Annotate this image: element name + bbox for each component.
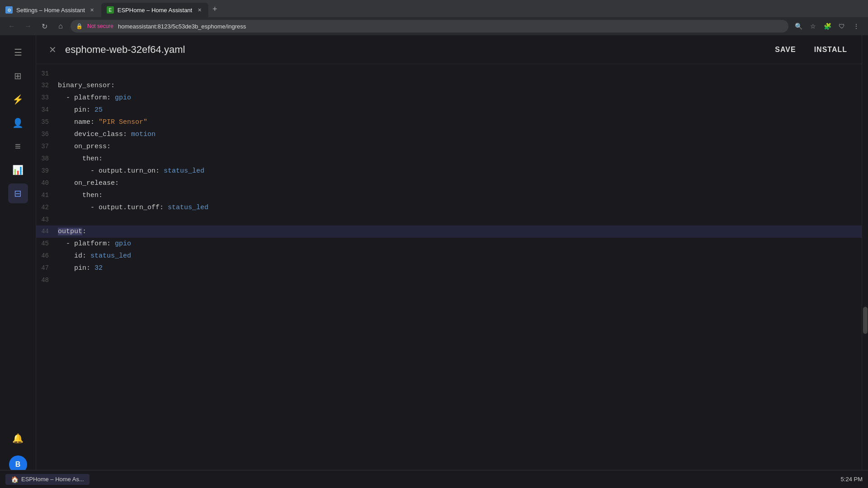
list-icon: ≡ xyxy=(15,141,21,152)
menu-button[interactable]: ⋮ xyxy=(850,20,863,33)
bell-icon: 🔔 xyxy=(12,433,24,444)
line-content-46: id: status_led xyxy=(58,251,862,262)
sidebar-person-item[interactable]: 👤 xyxy=(8,113,28,133)
reload-button[interactable]: ↻ xyxy=(38,20,51,33)
tab-esphome[interactable]: E ESPHome – Home Assistant ✕ xyxy=(101,3,208,17)
hamburger-icon: ☰ xyxy=(14,47,22,58)
sidebar-menu-icon[interactable]: ☰ xyxy=(8,42,28,62)
line-content-38: then: xyxy=(58,154,862,164)
line-content-32: binary_sensor: xyxy=(58,80,862,91)
line-number-47: 47 xyxy=(36,263,58,273)
code-line-32: 32 binary_sensor: xyxy=(36,80,862,92)
line-number-31: 31 xyxy=(36,68,58,79)
zoom-button[interactable]: 🔍 xyxy=(792,20,805,33)
line-content-35: name: "PIR Sensor" xyxy=(58,117,862,128)
close-editor-button[interactable]: ✕ xyxy=(45,42,60,57)
line-number-34: 34 xyxy=(36,104,58,115)
line-content-41: then: xyxy=(58,190,862,201)
line-number-37: 37 xyxy=(36,141,58,152)
sidebar-dashboard-item[interactable]: ⊞ xyxy=(8,66,28,86)
close-icon: ✕ xyxy=(49,44,57,55)
code-line-46: 46 id: status_led xyxy=(36,250,862,262)
tab-settings[interactable]: ⚙ Settings – Home Assistant ✕ xyxy=(0,3,101,17)
editor-content[interactable]: 31 32 binary_sensor: 33 - platform: gpio… xyxy=(36,64,862,488)
code-line-39: 39 - output.turn_on: status_led xyxy=(36,165,862,177)
code-line-40: 40 on_release: xyxy=(36,177,862,189)
editor-top-bar: ✕ esphome-web-32ef64.yaml SAVE INSTALL xyxy=(36,35,862,64)
line-content-33: - platform: gpio xyxy=(58,93,862,103)
scrollbar[interactable] xyxy=(862,35,868,488)
shield-button[interactable]: 🛡 xyxy=(835,20,848,33)
tab-close-esphome[interactable]: ✕ xyxy=(196,6,203,14)
line-content-37: on_press: xyxy=(58,141,862,152)
tab-close-settings[interactable]: ✕ xyxy=(89,6,96,14)
file-title: esphome-web-32ef64.yaml xyxy=(65,44,185,56)
tab-bar: ⚙ Settings – Home Assistant ✕ E ESPHome … xyxy=(0,0,868,17)
sidebar-config-item[interactable]: ⊟ xyxy=(8,183,28,203)
dashboard-icon: ⊞ xyxy=(14,70,22,81)
line-content-34: pin: 25 xyxy=(58,105,862,116)
person-icon: 👤 xyxy=(12,117,24,128)
browser-actions: 🔍 ☆ 🧩 🛡 ⋮ xyxy=(792,20,863,33)
address-url: homeassistant:8123/5c53de3b_esphome/ingr… xyxy=(118,23,246,30)
tab-favicon-esphome: E xyxy=(107,6,114,14)
line-number-40: 40 xyxy=(36,178,58,188)
line-number-45: 45 xyxy=(36,238,58,249)
code-line-48: 48 xyxy=(36,274,862,286)
line-number-41: 41 xyxy=(36,190,58,201)
line-number-46: 46 xyxy=(36,250,58,261)
line-number-33: 33 xyxy=(36,92,58,103)
address-wrapper[interactable]: 🔒 Not secure homeassistant:8123/5c53de3b… xyxy=(71,20,788,33)
lock-icon: 🔒 xyxy=(76,23,83,29)
code-line-34: 34 pin: 25 xyxy=(36,104,862,116)
code-line-42: 42 - output.turn_off: status_led xyxy=(36,202,862,214)
tab-esphome-label: ESPHome – Home Assistant xyxy=(118,7,192,14)
top-bar-left: ✕ esphome-web-32ef64.yaml xyxy=(45,42,185,57)
line-content-47: pin: 32 xyxy=(58,263,862,274)
taskbar-time: 5:24 PM xyxy=(841,476,863,483)
line-number-48: 48 xyxy=(36,275,58,286)
new-tab-button[interactable]: + xyxy=(208,3,221,15)
sidebar-chart-item[interactable]: 📊 xyxy=(8,160,28,180)
extensions-button[interactable]: 🧩 xyxy=(821,20,834,33)
home-button[interactable]: ⌂ xyxy=(54,20,67,33)
taskbar-esphome-app[interactable]: 🏠 ESPHome – Home As... xyxy=(5,474,90,485)
line-content-42: - output.turn_off: status_led xyxy=(58,202,862,213)
line-number-39: 39 xyxy=(36,165,58,176)
code-line-31: 31 xyxy=(36,68,862,80)
tab-favicon-settings: ⚙ xyxy=(5,6,13,14)
code-line-45: 45 - platform: gpio xyxy=(36,238,862,250)
browser-chrome: ⚙ Settings – Home Assistant ✕ E ESPHome … xyxy=(0,0,868,35)
code-line-33: 33 - platform: gpio xyxy=(36,92,862,104)
code-line-43: 43 xyxy=(36,214,862,225)
line-number-32: 32 xyxy=(36,80,58,91)
editor-area: ✕ esphome-web-32ef64.yaml SAVE INSTALL 3… xyxy=(36,35,862,488)
install-button[interactable]: INSTALL xyxy=(809,43,853,56)
code-line-36: 36 device_class: motion xyxy=(36,128,862,141)
code-line-37: 37 on_press: xyxy=(36,141,862,153)
address-bar: ← → ↻ ⌂ 🔒 Not secure homeassistant:8123/… xyxy=(0,17,868,35)
back-button[interactable]: ← xyxy=(5,20,18,33)
sidebar-lightning-item[interactable]: ⚡ xyxy=(8,89,28,109)
tab-settings-label: Settings – Home Assistant xyxy=(16,7,85,14)
not-secure-label: Not secure xyxy=(87,23,113,29)
sidebar-bell-item[interactable]: 🔔 xyxy=(8,428,28,448)
sidebar-list-item[interactable]: ≡ xyxy=(8,136,28,156)
line-content-39: - output.turn_on: status_led xyxy=(58,166,862,177)
line-content-36: device_class: motion xyxy=(58,129,862,140)
chart-icon: 📊 xyxy=(12,164,24,175)
sidebar: ☰ ⊞ ⚡ 👤 ≡ 📊 ⊟ 🔔 B xyxy=(0,35,36,488)
code-line-44: 44 output: xyxy=(36,225,862,238)
bookmark-button[interactable]: ☆ xyxy=(807,20,819,33)
line-content-44: output: xyxy=(58,226,862,237)
line-content-45: - platform: gpio xyxy=(58,239,862,249)
scrollbar-thumb[interactable] xyxy=(863,307,868,334)
top-bar-right: SAVE INSTALL xyxy=(769,43,853,56)
line-number-35: 35 xyxy=(36,117,58,127)
taskbar-app-icon: 🏠 xyxy=(11,476,19,483)
taskbar-app-label: ESPHome – Home As... xyxy=(21,476,84,483)
code-line-41: 41 then: xyxy=(36,189,862,202)
forward-button[interactable]: → xyxy=(22,20,34,33)
code-line-47: 47 pin: 32 xyxy=(36,262,862,274)
save-button[interactable]: SAVE xyxy=(769,43,801,56)
